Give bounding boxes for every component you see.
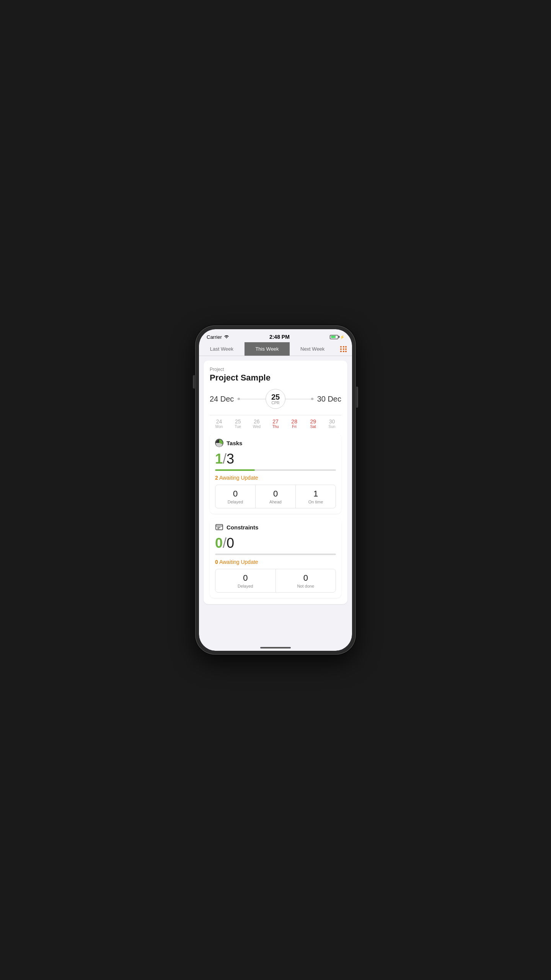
grid-menu-button[interactable] [335, 342, 352, 356]
day-num-27: 27 [272, 418, 279, 425]
bolt-icon: ⚡ [340, 335, 344, 339]
carrier-text: Carrier [207, 334, 222, 340]
svg-rect-1 [216, 524, 223, 530]
constraints-total-count: 0 [227, 535, 234, 551]
wifi-icon [224, 335, 229, 339]
day-num-29: 29 [310, 418, 316, 425]
constraints-stats-grid: 0 Delayed 0 Not done [215, 569, 336, 593]
tasks-section: Tasks 1/3 2 Awaiting Update [210, 433, 341, 514]
day-name-mon: Mon [215, 425, 223, 429]
tasks-progress-bar [215, 469, 336, 471]
battery-icon [330, 335, 338, 339]
tab-bar: Last Week This Week Next Week [199, 342, 352, 356]
tasks-delayed-value: 0 [218, 489, 253, 499]
tasks-stats-grid: 0 Delayed 0 Ahead 1 On time [215, 485, 336, 508]
status-time: 2:48 PM [269, 334, 290, 340]
grid-dots-icon [340, 346, 347, 352]
tasks-ahead-value: 0 [258, 489, 293, 499]
constraints-awaiting-label: 0 Awaiting Update [215, 559, 336, 565]
constraints-not-done-value: 0 [278, 573, 334, 583]
constraints-header: Constraints [215, 523, 336, 531]
tasks-title: Tasks [227, 440, 242, 446]
day-name-fri: Fri [292, 425, 297, 429]
tasks-on-time-cell: 1 On time [296, 485, 336, 508]
tasks-ahead-cell: 0 Ahead [256, 485, 296, 508]
cpr-label: CPR [271, 401, 279, 405]
tasks-count-display: 1/3 [215, 451, 336, 467]
carrier-info: Carrier [207, 334, 229, 340]
constraints-not-done-label: Not done [278, 584, 334, 588]
project-name: Project Sample [210, 373, 341, 383]
tasks-on-time-value: 1 [298, 489, 333, 499]
tasks-delayed-label: Delayed [218, 500, 253, 504]
day-cell-sun: 30 Sun [323, 418, 341, 429]
constraints-delayed-label: Delayed [218, 584, 273, 588]
day-cell-tue: 25 Tue [228, 418, 247, 429]
day-name-tue: Tue [235, 425, 241, 429]
project-card: Project Project Sample 24 Dec 25 CPR [204, 361, 347, 604]
day-name-thu: Thu [272, 425, 279, 429]
day-name-wed: Wed [253, 425, 261, 429]
constraints-section: Constraints 0/0 0 Awaiting Update [210, 518, 341, 598]
day-cell-wed: 26 Wed [247, 418, 266, 429]
timeline-dot-right [311, 398, 313, 400]
day-row: 24 Mon 25 Tue 26 Wed 27 [210, 415, 341, 429]
status-bar: Carrier 2:48 PM ⚡ [199, 329, 352, 342]
constraints-title: Constraints [227, 524, 258, 531]
date-timeline: 24 Dec 25 CPR 30 Dec [210, 389, 341, 409]
day-cell-thu: 27 Thu [266, 418, 285, 429]
tasks-done-count: 1 [215, 451, 223, 467]
tab-next-week[interactable]: Next Week [290, 342, 335, 356]
date-end: 30 Dec [317, 395, 341, 403]
project-label: Project [210, 367, 341, 372]
main-content: Project Project Sample 24 Dec 25 CPR [199, 356, 352, 645]
battery-fill [331, 336, 336, 338]
tasks-header: Tasks [215, 439, 336, 447]
tab-this-week[interactable]: This Week [245, 342, 290, 356]
home-indicator [199, 645, 352, 651]
day-num-26: 26 [254, 418, 260, 425]
day-num-25: 25 [235, 418, 241, 425]
constraints-done-count: 0 [215, 535, 223, 551]
status-right-icons: ⚡ [330, 335, 344, 339]
tasks-delayed-cell: 0 Delayed [215, 485, 256, 508]
home-bar [260, 647, 291, 648]
constraints-delayed-value: 0 [218, 573, 273, 583]
day-cell-sat: 29 Sat [304, 418, 323, 429]
tasks-icon [215, 439, 223, 447]
day-cell-mon: 24 Mon [210, 418, 228, 429]
tasks-awaiting-count: 2 [215, 475, 218, 481]
tasks-on-time-label: On time [298, 500, 333, 504]
day-num-30: 30 [329, 418, 335, 425]
day-cell-fri: 28 Fri [285, 418, 304, 429]
day-name-sun: Sun [329, 425, 336, 429]
tasks-total-count: 3 [227, 451, 234, 467]
cpr-circle: 25 CPR [266, 389, 285, 409]
day-num-24: 24 [216, 418, 222, 425]
constraints-icon [215, 523, 223, 531]
tasks-ahead-label: Ahead [258, 500, 293, 504]
constraints-delayed-cell: 0 Delayed [215, 569, 276, 592]
tab-last-week[interactable]: Last Week [199, 342, 245, 356]
timeline-middle: 25 CPR [237, 389, 314, 409]
constraints-count-display: 0/0 [215, 535, 336, 551]
date-start: 24 Dec [210, 395, 234, 403]
cpr-number: 25 [271, 393, 280, 401]
day-num-28: 28 [291, 418, 297, 425]
constraints-progress-bar [215, 554, 336, 555]
tasks-awaiting-label: 2 Awaiting Update [215, 475, 336, 481]
constraints-awaiting-count: 0 [215, 559, 218, 565]
constraints-not-done-cell: 0 Not done [276, 569, 336, 592]
timeline-dot-left [238, 398, 240, 400]
tasks-progress-fill [215, 469, 255, 471]
day-name-sat: Sat [310, 425, 316, 429]
